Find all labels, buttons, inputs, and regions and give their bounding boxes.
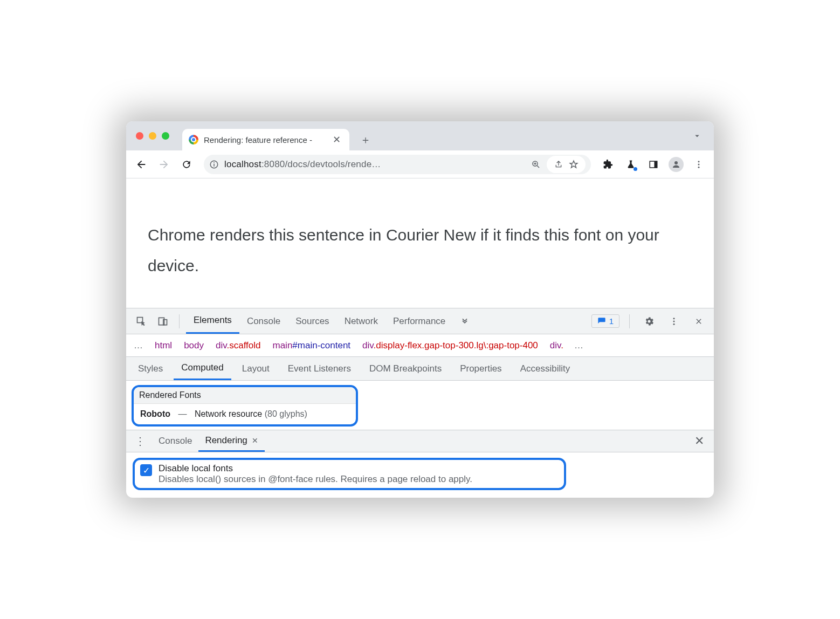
maximize-window-icon[interactable]	[162, 132, 169, 140]
svg-point-11	[698, 163, 700, 165]
separator	[629, 314, 630, 328]
browser-window: Rendering: feature reference - ✕ ＋ local…	[126, 121, 714, 498]
sidebar-tab-computed[interactable]: Computed	[174, 357, 231, 380]
chrome-menu-icon[interactable]	[689, 155, 708, 174]
devtools-panel: ElementsConsoleSourcesNetworkPerformance…	[126, 308, 714, 498]
breadcrumb-item[interactable]: body	[184, 340, 204, 351]
styles-sidebar-tabs: StylesComputedLayoutEvent ListenersDOM B…	[126, 357, 714, 381]
svg-point-12	[698, 166, 700, 168]
forward-button[interactable]	[154, 155, 174, 174]
breadcrumb-item[interactable]: html	[155, 340, 172, 351]
settings-gear-icon[interactable]	[639, 312, 659, 331]
breadcrumb-item[interactable]: div.	[550, 340, 563, 351]
share-icon[interactable]	[552, 158, 565, 171]
disable-local-fonts-title: Disable local fonts	[159, 463, 472, 474]
breadcrumb-item[interactable]: div.scaffold	[216, 340, 261, 351]
devtools-tab-network[interactable]: Network	[337, 308, 385, 334]
drawer-tab-rendering[interactable]: Rendering✕	[198, 430, 264, 452]
profile-avatar[interactable]	[666, 155, 686, 174]
disable-local-fonts-option: ✓ Disable local fonts Disables local() s…	[133, 458, 566, 490]
breadcrumb-ellipsis[interactable]: …	[134, 340, 144, 351]
side-panel-icon[interactable]	[644, 155, 663, 174]
font-source: Network resource	[195, 409, 262, 418]
svg-point-16	[673, 318, 675, 319]
reload-button[interactable]	[177, 155, 196, 174]
sample-sentence: Chrome renders this sentence in Courier …	[148, 219, 676, 281]
devtools-tab-console[interactable]: Console	[239, 308, 288, 334]
svg-line-4	[537, 166, 539, 168]
toolbar: localhost:8080/docs/devtools/rende…	[126, 150, 714, 178]
svg-rect-8	[655, 161, 657, 168]
drawer-tab-console[interactable]: Console	[152, 430, 198, 452]
url-text: localhost:8080/docs/devtools/rende…	[224, 159, 521, 170]
page-content: Chrome renders this sentence in Courier …	[126, 178, 714, 308]
sidebar-tab-styles[interactable]: Styles	[130, 357, 170, 380]
labs-icon[interactable]	[621, 155, 641, 174]
sidebar-tab-properties[interactable]: Properties	[452, 357, 509, 380]
svg-rect-1	[214, 163, 215, 166]
extensions-icon[interactable]	[598, 155, 618, 174]
share-star-group	[547, 156, 586, 173]
glyph-count: (80 glyphs)	[265, 409, 307, 418]
rendered-fonts-section: Rendered Fonts Roboto — Network resource…	[132, 385, 358, 427]
devtools-tab-elements[interactable]: Elements	[186, 308, 239, 334]
breadcrumb-item[interactable]: div.display-flex.gap-top-300.lg\:gap-top…	[362, 340, 538, 351]
breadcrumb-ellipsis-right[interactable]: …	[574, 340, 584, 351]
site-info-icon[interactable]	[209, 160, 219, 169]
close-drawer-icon[interactable]: ✕	[689, 434, 710, 448]
svg-point-17	[673, 320, 675, 322]
address-bar[interactable]: localhost:8080/docs/devtools/rende…	[204, 155, 591, 174]
sidebar-tab-dom-breakpoints[interactable]: DOM Breakpoints	[362, 357, 449, 380]
browser-tab[interactable]: Rendering: feature reference - ✕	[182, 129, 349, 150]
issues-count: 1	[609, 317, 614, 326]
sidebar-tab-event-listeners[interactable]: Event Listeners	[280, 357, 359, 380]
separator	[179, 314, 180, 328]
svg-point-18	[673, 323, 675, 325]
devtools-tab-sources[interactable]: Sources	[288, 308, 336, 334]
close-drawer-tab-icon[interactable]: ✕	[252, 436, 258, 445]
devtools-main-tabs: ElementsConsoleSourcesNetworkPerformance…	[126, 308, 714, 334]
back-button[interactable]	[132, 155, 151, 174]
more-tabs-icon[interactable]	[455, 312, 474, 331]
tab-title: Rendering: feature reference -	[204, 135, 325, 145]
breadcrumb-item[interactable]: main#main-content	[273, 340, 351, 351]
font-family-name: Roboto	[140, 409, 170, 418]
drawer-more-icon[interactable]: ⋮	[130, 435, 150, 448]
chrome-favicon-icon	[189, 135, 198, 145]
rendered-font-row: Roboto — Network resource (80 glyphs)	[134, 404, 356, 424]
bookmark-star-icon[interactable]	[567, 158, 580, 171]
window-controls	[133, 121, 182, 150]
devtools-menu-icon[interactable]	[664, 312, 684, 331]
issues-badge[interactable]: 1	[591, 314, 619, 328]
drawer-tabs: ⋮ ConsoleRendering✕ ✕	[126, 430, 714, 452]
close-tab-icon[interactable]: ✕	[331, 134, 343, 146]
close-window-icon[interactable]	[136, 132, 143, 140]
new-tab-button[interactable]: ＋	[357, 131, 374, 148]
sidebar-tab-layout[interactable]: Layout	[235, 357, 277, 380]
device-toolbar-icon[interactable]	[153, 312, 173, 331]
rendering-drawer-panel: ✓ Disable local fonts Disables local() s…	[126, 452, 714, 498]
zoom-icon[interactable]	[526, 155, 546, 174]
inspect-icon[interactable]	[132, 312, 151, 331]
url-host: localhost	[224, 159, 261, 169]
disable-local-fonts-checkbox[interactable]: ✓	[140, 464, 152, 476]
svg-point-9	[674, 161, 678, 164]
close-devtools-icon[interactable]	[689, 312, 708, 331]
url-path: :8080/docs/devtools/rende…	[261, 159, 381, 169]
svg-rect-2	[214, 162, 215, 163]
rendered-fonts-heading: Rendered Fonts	[134, 387, 356, 404]
tab-search-icon[interactable]	[692, 131, 702, 141]
avatar-icon	[669, 157, 684, 172]
dom-breadcrumb[interactable]: … htmlbodydiv.scaffoldmain#main-contentd…	[126, 334, 714, 357]
tab-strip: Rendering: feature reference - ✕ ＋	[126, 121, 714, 150]
devtools-tab-performance[interactable]: Performance	[385, 308, 453, 334]
disable-local-fonts-desc: Disables local() sources in @font-face r…	[159, 474, 472, 485]
minimize-window-icon[interactable]	[149, 132, 156, 140]
sidebar-tab-accessibility[interactable]: Accessibility	[513, 357, 578, 380]
svg-point-10	[698, 161, 700, 162]
